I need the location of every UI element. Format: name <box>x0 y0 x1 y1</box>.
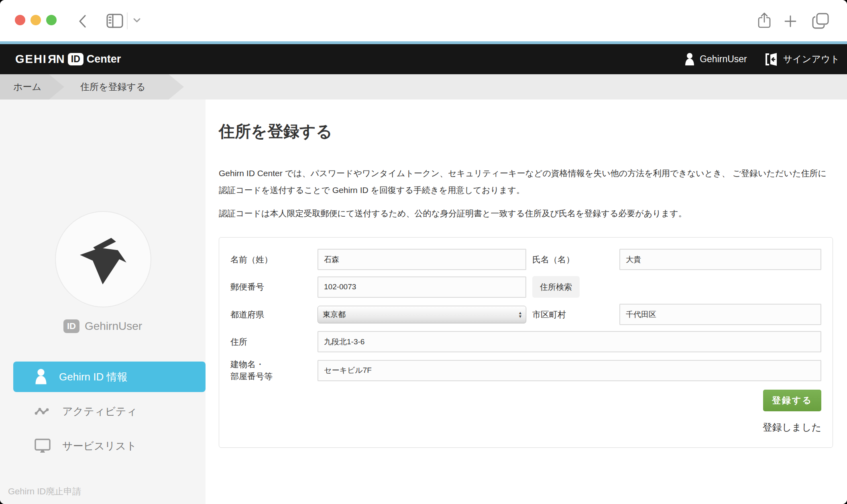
header-right: GehirnUser サインアウト <box>684 53 840 66</box>
profile-name: GehirnUser <box>85 320 142 333</box>
address-form-panel: 名前（姓） 氏名（名） 郵便番号 住所検索 都道府県 <box>219 237 833 448</box>
chevron-down-icon[interactable] <box>132 17 142 24</box>
minimize-window-button[interactable] <box>31 15 41 25</box>
tab-overview-icon[interactable] <box>811 12 830 30</box>
form-row-prefecture: 都道府県 東京都 ▲▼ 市区町村 <box>230 304 821 325</box>
avatar <box>55 211 151 307</box>
building-field[interactable] <box>318 360 821 381</box>
form-row-building: 建物名・ 部屋番号等 <box>230 358 821 382</box>
activity-icon <box>34 406 51 417</box>
zoom-window-button[interactable] <box>46 15 57 25</box>
header-user-menu[interactable]: GehirnUser <box>684 53 747 66</box>
new-tab-icon[interactable] <box>784 14 797 28</box>
form-row-postal: 郵便番号 住所検索 <box>230 276 821 298</box>
address-label: 住所 <box>230 336 312 348</box>
first-name-field[interactable] <box>619 249 821 270</box>
sidebar-item-gehirn-id-info[interactable]: Gehirn ID 情報 <box>13 362 206 392</box>
monitor-icon <box>34 438 51 453</box>
toolbar-divider <box>127 12 128 29</box>
toolbar-accent-line <box>0 41 847 44</box>
sidebar-item-label: アクティビティ <box>62 404 137 419</box>
intro-paragraph-2: 認証コードは本人限定受取郵便にて送付するため、公的な身分証明書と一致する住所及び… <box>219 205 831 222</box>
form-row-address: 住所 <box>230 331 821 352</box>
building-label: 建物名・ 部屋番号等 <box>230 358 312 382</box>
postal-label: 郵便番号 <box>230 281 312 293</box>
address-search-button[interactable]: 住所検索 <box>532 276 580 298</box>
intro-paragraph-1: Gehirn ID Center では、パスワードやワンタイムトークン、セキュリ… <box>219 165 831 199</box>
signout-button[interactable]: サインアウト <box>765 53 840 66</box>
gehirn-logo[interactable]: GEHIRN ID Center <box>15 53 121 66</box>
first-name-label: 氏名（名） <box>532 254 613 265</box>
form-row-name: 名前（姓） 氏名（名） <box>230 249 821 270</box>
sidebar-item-label: Gehirn ID 情報 <box>59 370 128 384</box>
sidebar: ID GehirnUser Gehirn ID 情報 <box>0 100 206 504</box>
sidebar-item-activity[interactable]: アクティビティ <box>13 396 206 427</box>
prefecture-selected-value: 東京都 <box>323 309 346 320</box>
main-content: 住所を登録する Gehirn ID Center では、パスワードやワンタイムト… <box>206 100 847 504</box>
content-area: ID GehirnUser Gehirn ID 情報 <box>0 100 847 504</box>
breadcrumb: 住所を登録する ホーム <box>0 74 847 100</box>
share-icon[interactable] <box>757 12 772 30</box>
user-icon <box>684 53 695 66</box>
page-title: 住所を登録する <box>219 120 830 142</box>
account-deletion-link[interactable]: Gehirn ID廃止申請 <box>8 486 81 498</box>
signout-label: サインアウト <box>783 53 840 65</box>
register-button[interactable]: 登録する <box>763 390 821 411</box>
select-stepper-icon: ▲▼ <box>518 311 522 318</box>
browser-window: GEHIRN ID Center GehirnUser <box>0 0 847 504</box>
profile-row: ID GehirnUser <box>0 319 206 333</box>
last-name-field[interactable] <box>318 249 526 270</box>
sidebar-item-service-list[interactable]: サービスリスト <box>13 431 206 461</box>
city-field[interactable] <box>619 304 821 325</box>
app-header: GEHIRN ID Center GehirnUser <box>0 44 847 74</box>
postal-code-field[interactable] <box>318 276 526 298</box>
address-field[interactable] <box>318 331 821 352</box>
prefecture-select[interactable]: 東京都 ▲▼ <box>318 306 526 323</box>
sidebar-menu: Gehirn ID 情報 アクティビティ <box>13 362 206 461</box>
city-label: 市区町村 <box>532 309 613 320</box>
logo-brand-text: GEHIRN <box>15 53 65 66</box>
back-icon[interactable] <box>77 13 89 29</box>
sidebar-item-label: サービスリスト <box>62 439 137 453</box>
screen: GEHIRN ID Center GehirnUser <box>0 0 847 504</box>
close-window-button[interactable] <box>15 15 25 25</box>
profile-id-badge: ID <box>63 319 79 333</box>
sidebar-toggle-icon[interactable] <box>106 13 124 29</box>
last-name-label: 名前（姓） <box>230 254 312 265</box>
gehirn-g-logo-icon <box>69 233 137 285</box>
signout-icon <box>765 53 778 66</box>
submit-row: 登録する <box>230 390 821 411</box>
header-user-name: GehirnUser <box>700 54 747 65</box>
status-message: 登録しました <box>230 421 821 434</box>
prefecture-label: 都道府県 <box>230 309 312 320</box>
traffic-lights <box>15 15 57 25</box>
person-icon <box>34 368 48 385</box>
browser-toolbar <box>0 0 847 41</box>
logo-id-badge: ID <box>68 53 83 65</box>
logo-suffix-text: Center <box>87 53 121 65</box>
